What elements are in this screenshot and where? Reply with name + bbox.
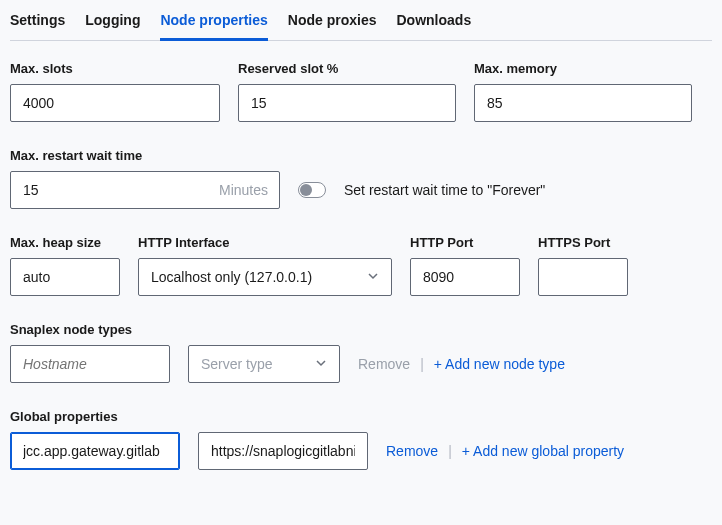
global-prop-key-input[interactable] (10, 432, 180, 470)
http-interface-value: Localhost only (127.0.0.1) (151, 269, 312, 285)
max-heap-label: Max. heap size (10, 235, 120, 250)
restart-wait-input[interactable] (10, 171, 280, 209)
chevron-down-icon (315, 356, 327, 372)
chevron-down-icon (367, 269, 379, 285)
max-heap-input[interactable] (10, 258, 120, 296)
http-port-input[interactable] (410, 258, 520, 296)
global-prop-remove-link[interactable]: Remove (386, 443, 438, 459)
node-type-add-link[interactable]: + Add new node type (434, 356, 565, 372)
action-separator: | (448, 443, 452, 459)
node-types-label: Snaplex node types (10, 322, 712, 337)
max-memory-input[interactable] (474, 84, 692, 122)
tab-node-proxies[interactable]: Node proxies (288, 10, 377, 30)
node-type-hostname-input[interactable] (10, 345, 170, 383)
reserved-slot-input[interactable] (238, 84, 456, 122)
restart-forever-label: Set restart wait time to "Forever" (344, 182, 545, 198)
restart-forever-toggle[interactable] (298, 182, 326, 198)
max-memory-label: Max. memory (474, 61, 692, 76)
tab-settings[interactable]: Settings (10, 10, 65, 30)
global-prop-value-input[interactable] (198, 432, 368, 470)
max-slots-label: Max. slots (10, 61, 220, 76)
tabs: Settings Logging Node properties Node pr… (10, 10, 712, 41)
tab-node-properties[interactable]: Node properties (160, 10, 267, 30)
global-prop-add-link[interactable]: + Add new global property (462, 443, 624, 459)
restart-wait-label: Max. restart wait time (10, 148, 712, 163)
global-props-label: Global properties (10, 409, 712, 424)
node-type-server-placeholder: Server type (201, 356, 273, 372)
action-separator: | (420, 356, 424, 372)
reserved-slot-label: Reserved slot % (238, 61, 456, 76)
tab-downloads[interactable]: Downloads (397, 10, 472, 30)
http-interface-select[interactable]: Localhost only (127.0.0.1) (138, 258, 392, 296)
http-port-label: HTTP Port (410, 235, 520, 250)
https-port-input[interactable] (538, 258, 628, 296)
http-interface-label: HTTP Interface (138, 235, 392, 250)
tab-logging[interactable]: Logging (85, 10, 140, 30)
max-slots-input[interactable] (10, 84, 220, 122)
node-type-remove-link: Remove (358, 356, 410, 372)
https-port-label: HTTPS Port (538, 235, 628, 250)
node-type-server-select[interactable]: Server type (188, 345, 340, 383)
